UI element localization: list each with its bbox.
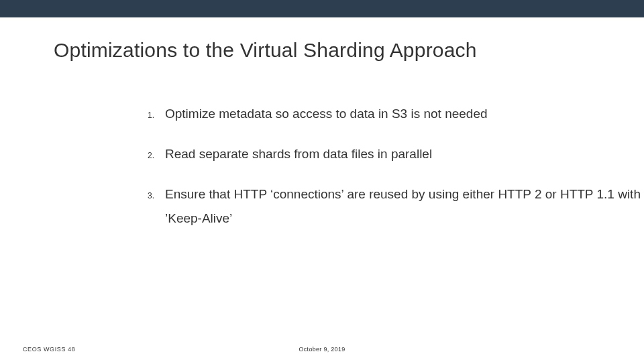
list-item: 1. Optimize metadata so access to data i… (148, 102, 644, 126)
slide-content: 1. Optimize metadata so access to data i… (0, 102, 644, 231)
list-item-text: Ensure that HTTP ‘connections’ are reuse… (165, 182, 644, 231)
list-item-text: Optimize metadata so access to data in S… (165, 102, 488, 126)
list-item-number: 3. (148, 191, 158, 200)
slide-title: Optimizations to the Virtual Sharding Ap… (54, 39, 644, 62)
list-item: 2. Read separate shards from data files … (148, 142, 644, 166)
list-item-number: 1. (148, 111, 158, 120)
footer-center-text: October 9, 2019 (299, 346, 345, 353)
list-item-text: Read separate shards from data files in … (165, 142, 432, 166)
footer-left-text: CEOS WGISS 48 (23, 346, 75, 353)
top-accent-bar (0, 0, 644, 17)
list-item: 3. Ensure that HTTP ‘connections’ are re… (148, 182, 644, 231)
list-item-number: 2. (148, 151, 158, 160)
numbered-list: 1. Optimize metadata so access to data i… (0, 102, 644, 231)
